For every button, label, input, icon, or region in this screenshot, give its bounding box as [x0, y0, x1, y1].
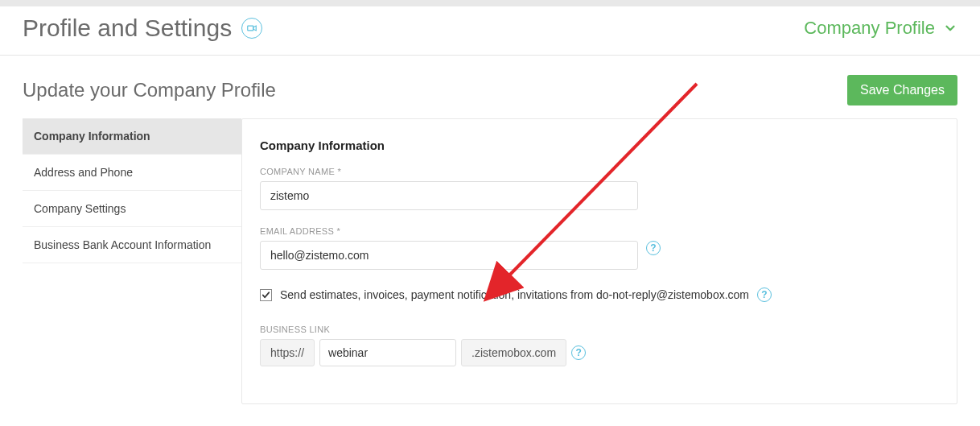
profile-dropdown[interactable]: Company Profile [804, 18, 957, 39]
send-from-checkbox[interactable] [260, 289, 272, 301]
page-title-wrap: Profile and Settings [23, 14, 262, 42]
sidebar-item-label: Business Bank Account Information [34, 238, 211, 251]
business-link-prefix: https:// [260, 339, 315, 366]
email-row: EMAIL ADDRESS * ? [260, 226, 939, 270]
svg-rect-0 [248, 26, 253, 31]
help-icon[interactable]: ? [571, 345, 586, 360]
sidebar-item-label: Company Information [34, 130, 150, 143]
business-link-group: https:// .zistemobox.com ? [260, 339, 939, 366]
top-bar [0, 0, 980, 6]
send-from-checkbox-label: Send estimates, invoices, payment notifi… [280, 288, 749, 301]
sidebar-item-label: Address and Phone [34, 166, 133, 179]
sidebar-item-company-information[interactable]: Company Information [23, 118, 241, 155]
page-header: Profile and Settings Company Profile [0, 6, 980, 56]
business-link-suffix: .zistemobox.com [461, 339, 566, 366]
email-label: EMAIL ADDRESS * [260, 226, 638, 236]
chevron-down-icon [943, 21, 957, 35]
sidebar-item-label: Company Settings [34, 202, 126, 215]
email-input[interactable] [260, 241, 638, 270]
help-icon[interactable]: ? [757, 287, 772, 302]
business-link-label: BUSINESS LINK [260, 325, 939, 334]
business-link-block: BUSINESS LINK https:// .zistemobox.com ? [260, 325, 939, 366]
profile-dropdown-label: Company Profile [804, 18, 935, 39]
business-link-subdomain-input[interactable] [319, 339, 456, 366]
company-name-row: COMPANY NAME * [260, 167, 939, 210]
sidebar-nav: Company Information Address and Phone Co… [23, 118, 241, 404]
sidebar-item-address-phone[interactable]: Address and Phone [23, 155, 241, 191]
page-title: Profile and Settings [23, 14, 232, 42]
sidebar-item-company-settings[interactable]: Company Settings [23, 191, 241, 227]
company-name-input[interactable] [260, 181, 638, 210]
save-changes-button[interactable]: Save Changes [847, 75, 957, 105]
help-icon[interactable]: ? [646, 241, 661, 255]
video-camera-icon[interactable] [241, 18, 262, 39]
main-panel: Company Information COMPANY NAME * EMAIL… [241, 118, 957, 404]
section-heading: Company Information [260, 139, 939, 152]
subheader: Update your Company Profile Save Changes [0, 56, 980, 118]
subheader-title: Update your Company Profile [23, 79, 276, 101]
company-name-label: COMPANY NAME * [260, 167, 638, 176]
sidebar-item-bank-account[interactable]: Business Bank Account Information [23, 227, 241, 263]
content-area: Company Information Address and Phone Co… [0, 118, 980, 404]
send-from-checkbox-row: Send estimates, invoices, payment notifi… [260, 287, 939, 302]
